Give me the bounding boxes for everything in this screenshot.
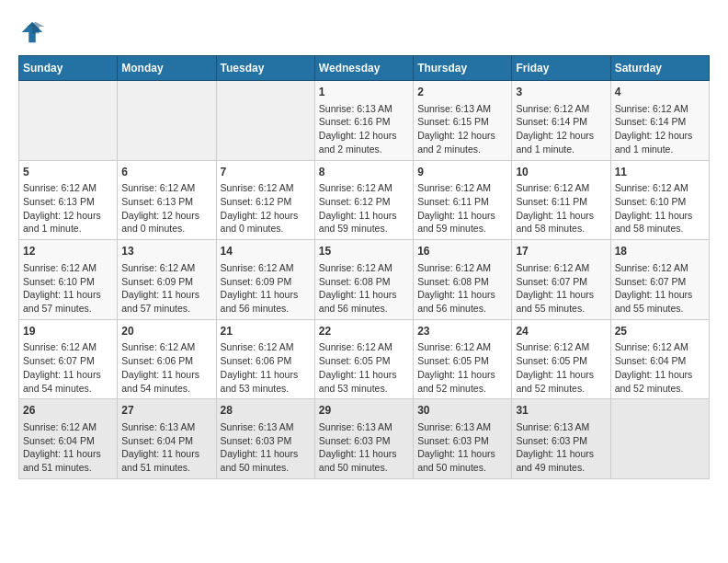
cell-info-line: Sunrise: 6:13 AM bbox=[121, 420, 211, 434]
page-header bbox=[18, 18, 710, 46]
cell-info-line: Daylight: 11 hours bbox=[319, 368, 409, 382]
cell-info-line: Sunrise: 6:12 AM bbox=[516, 340, 606, 354]
calendar-cell: 22Sunrise: 6:12 AMSunset: 6:05 PMDayligh… bbox=[314, 319, 413, 399]
calendar-cell bbox=[610, 399, 709, 479]
cell-info-line: Sunrise: 6:12 AM bbox=[615, 340, 705, 354]
day-number: 11 bbox=[615, 165, 705, 180]
cell-info-line: Sunset: 6:06 PM bbox=[121, 354, 211, 368]
day-number: 24 bbox=[516, 324, 606, 339]
calendar-cell bbox=[118, 81, 216, 161]
calendar-cell: 7Sunrise: 6:12 AMSunset: 6:12 PMDaylight… bbox=[216, 160, 314, 240]
cell-info-line: Daylight: 11 hours bbox=[121, 447, 211, 461]
calendar-cell: 8Sunrise: 6:12 AMSunset: 6:12 PMDaylight… bbox=[314, 160, 413, 240]
calendar-cell: 16Sunrise: 6:12 AMSunset: 6:08 PMDayligh… bbox=[414, 240, 512, 320]
cell-info-line: and 0 minutes. bbox=[121, 222, 211, 236]
cell-info-line: Daylight: 11 hours bbox=[319, 288, 409, 302]
day-number: 1 bbox=[319, 85, 409, 100]
cell-info-line: and 53 minutes. bbox=[319, 382, 409, 396]
cell-info-line: Daylight: 11 hours bbox=[23, 288, 113, 302]
cell-info-line: Sunrise: 6:12 AM bbox=[319, 181, 409, 195]
cell-info-line: and 52 minutes. bbox=[417, 382, 507, 396]
cell-info-line: Sunrise: 6:12 AM bbox=[319, 261, 409, 275]
calendar-cell: 24Sunrise: 6:12 AMSunset: 6:05 PMDayligh… bbox=[512, 319, 610, 399]
calendar-cell: 12Sunrise: 6:12 AMSunset: 6:10 PMDayligh… bbox=[19, 240, 118, 320]
cell-info-line: Daylight: 11 hours bbox=[516, 288, 606, 302]
cell-info-line: Sunrise: 6:12 AM bbox=[615, 261, 705, 275]
cell-info-line: Sunrise: 6:13 AM bbox=[319, 420, 409, 434]
cell-info-line: and 59 minutes. bbox=[417, 222, 507, 236]
cell-info-line: Sunrise: 6:12 AM bbox=[121, 340, 211, 354]
calendar-cell: 1Sunrise: 6:13 AMSunset: 6:16 PMDaylight… bbox=[314, 81, 413, 161]
cell-info-line: Sunrise: 6:12 AM bbox=[417, 261, 507, 275]
cell-info-line: Sunrise: 6:13 AM bbox=[221, 420, 311, 434]
cell-info-line: and 57 minutes. bbox=[23, 302, 113, 316]
cell-info-line: Sunrise: 6:12 AM bbox=[417, 181, 507, 195]
calendar-cell: 6Sunrise: 6:12 AMSunset: 6:13 PMDaylight… bbox=[118, 160, 216, 240]
cell-info-line: and 54 minutes. bbox=[23, 382, 113, 396]
cell-info-line: Sunset: 6:05 PM bbox=[319, 354, 409, 368]
cell-info-line: Sunset: 6:12 PM bbox=[319, 195, 409, 209]
cell-info-line: Sunrise: 6:12 AM bbox=[221, 181, 311, 195]
cell-info-line: Sunset: 6:03 PM bbox=[516, 434, 606, 448]
cell-info-line: Sunrise: 6:12 AM bbox=[516, 181, 606, 195]
cell-info-line: and 58 minutes. bbox=[615, 222, 705, 236]
cell-info-line: Sunset: 6:07 PM bbox=[516, 275, 606, 289]
day-number: 9 bbox=[417, 165, 507, 180]
cell-info-line: Daylight: 11 hours bbox=[221, 368, 311, 382]
cell-info-line: Daylight: 11 hours bbox=[516, 209, 606, 223]
cell-info-line: Sunrise: 6:12 AM bbox=[23, 181, 113, 195]
cell-info-line: Sunset: 6:08 PM bbox=[417, 275, 507, 289]
cell-info-line: Sunset: 6:10 PM bbox=[23, 275, 113, 289]
weekday-header: Saturday bbox=[610, 56, 709, 81]
cell-info-line: Daylight: 11 hours bbox=[221, 288, 311, 302]
weekday-header: Wednesday bbox=[314, 56, 413, 81]
logo-icon bbox=[18, 18, 46, 46]
cell-info-line: Daylight: 11 hours bbox=[615, 288, 705, 302]
day-number: 16 bbox=[417, 244, 507, 259]
calendar-cell: 28Sunrise: 6:13 AMSunset: 6:03 PMDayligh… bbox=[216, 399, 314, 479]
cell-info-line: Daylight: 11 hours bbox=[319, 209, 409, 223]
cell-info-line: Sunrise: 6:12 AM bbox=[319, 340, 409, 354]
day-number: 18 bbox=[615, 244, 705, 259]
calendar-cell: 3Sunrise: 6:12 AMSunset: 6:14 PMDaylight… bbox=[512, 81, 610, 161]
cell-info-line: Sunrise: 6:12 AM bbox=[417, 340, 507, 354]
day-number: 22 bbox=[319, 324, 409, 339]
cell-info-line: Daylight: 11 hours bbox=[417, 368, 507, 382]
weekday-header: Friday bbox=[512, 56, 610, 81]
day-number: 4 bbox=[615, 85, 705, 100]
calendar-cell: 26Sunrise: 6:12 AMSunset: 6:04 PMDayligh… bbox=[19, 399, 118, 479]
cell-info-line: and 53 minutes. bbox=[221, 382, 311, 396]
weekday-header: Tuesday bbox=[216, 56, 314, 81]
cell-info-line: Sunrise: 6:12 AM bbox=[615, 102, 705, 116]
calendar-cell: 31Sunrise: 6:13 AMSunset: 6:03 PMDayligh… bbox=[512, 399, 610, 479]
cell-info-line: Sunset: 6:08 PM bbox=[319, 275, 409, 289]
calendar-cell bbox=[216, 81, 314, 161]
cell-info-line: and 58 minutes. bbox=[516, 222, 606, 236]
calendar-cell: 2Sunrise: 6:13 AMSunset: 6:15 PMDaylight… bbox=[414, 81, 512, 161]
cell-info-line: Sunset: 6:11 PM bbox=[417, 195, 507, 209]
calendar-cell: 23Sunrise: 6:12 AMSunset: 6:05 PMDayligh… bbox=[414, 319, 512, 399]
calendar-header: SundayMondayTuesdayWednesdayThursdayFrid… bbox=[19, 56, 710, 81]
cell-info-line: Sunset: 6:13 PM bbox=[121, 195, 211, 209]
day-number: 7 bbox=[221, 165, 311, 180]
calendar-cell: 20Sunrise: 6:12 AMSunset: 6:06 PMDayligh… bbox=[118, 319, 216, 399]
calendar-cell: 21Sunrise: 6:12 AMSunset: 6:06 PMDayligh… bbox=[216, 319, 314, 399]
cell-info-line: and 59 minutes. bbox=[319, 222, 409, 236]
cell-info-line: Sunset: 6:14 PM bbox=[615, 115, 705, 129]
cell-info-line: Sunset: 6:09 PM bbox=[121, 275, 211, 289]
calendar-table: SundayMondayTuesdayWednesdayThursdayFrid… bbox=[18, 55, 710, 479]
cell-info-line: Sunset: 6:03 PM bbox=[319, 434, 409, 448]
calendar-cell: 9Sunrise: 6:12 AMSunset: 6:11 PMDaylight… bbox=[414, 160, 512, 240]
cell-info-line: Daylight: 12 hours bbox=[121, 209, 211, 223]
cell-info-line: and 1 minute. bbox=[615, 143, 705, 156]
cell-info-line: and 55 minutes. bbox=[615, 302, 705, 316]
day-number: 8 bbox=[319, 165, 409, 180]
cell-info-line: and 50 minutes. bbox=[417, 461, 507, 475]
cell-info-line: Sunset: 6:07 PM bbox=[23, 354, 113, 368]
logo bbox=[18, 18, 50, 46]
cell-info-line: and 49 minutes. bbox=[516, 461, 606, 475]
cell-info-line: Sunset: 6:06 PM bbox=[221, 354, 311, 368]
cell-info-line: Sunset: 6:14 PM bbox=[516, 115, 606, 129]
cell-info-line: Sunrise: 6:12 AM bbox=[516, 261, 606, 275]
cell-info-line: Sunrise: 6:12 AM bbox=[221, 261, 311, 275]
